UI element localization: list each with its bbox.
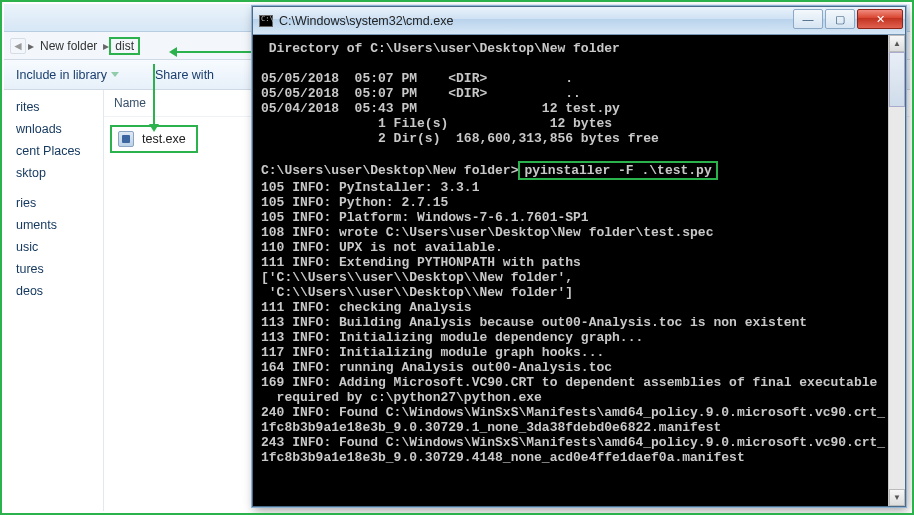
command-line-highlight: pyinstaller -F .\test.py [518, 161, 717, 180]
sidebar-item[interactable]: usic [6, 236, 103, 258]
sidebar-item[interactable]: deos [6, 280, 103, 302]
cmd-icon [259, 15, 273, 27]
sidebar-item[interactable]: sktop [6, 162, 103, 184]
exe-icon [118, 131, 134, 147]
include-in-library-menu[interactable]: Include in library [16, 68, 119, 82]
cmd-title-text: C:\Windows\system32\cmd.exe [279, 14, 453, 28]
scroll-down-button[interactable]: ▼ [889, 489, 905, 506]
sidebar-item[interactable]: rites [6, 96, 103, 118]
cmd-window: C:\Windows\system32\cmd.exe — ▢ ✕ Direct… [252, 6, 906, 507]
sidebar-item[interactable]: tures [6, 258, 103, 280]
nav-back-icon[interactable]: ◄ [10, 38, 26, 54]
minimize-button[interactable]: — [793, 9, 823, 29]
annotation-arrow [177, 51, 257, 53]
sidebar-item[interactable]: cent Places [6, 140, 103, 162]
share-with-menu[interactable]: Share with [155, 68, 214, 82]
breadcrumb-seg-1[interactable]: New folder [34, 37, 103, 55]
breadcrumb-seg-2[interactable]: dist [109, 37, 140, 55]
close-button[interactable]: ✕ [857, 9, 903, 29]
explorer-sidebar: rites wnloads cent Places sktop ries ume… [4, 90, 104, 511]
cmd-titlebar[interactable]: C:\Windows\system32\cmd.exe — ▢ ✕ [253, 7, 905, 35]
annotation-arrow [153, 64, 155, 124]
chevron-down-icon [111, 72, 119, 77]
file-name: test.exe [142, 132, 186, 146]
maximize-button[interactable]: ▢ [825, 9, 855, 29]
scroll-thumb[interactable] [889, 52, 905, 107]
sidebar-item[interactable]: uments [6, 214, 103, 236]
sidebar-item[interactable]: ries [6, 192, 103, 214]
scroll-up-button[interactable]: ▲ [889, 35, 905, 52]
sidebar-item[interactable]: wnloads [6, 118, 103, 140]
cmd-output[interactable]: Directory of C:\Users\user\Desktop\New f… [253, 35, 905, 506]
scrollbar[interactable]: ▲ ▼ [888, 35, 905, 506]
